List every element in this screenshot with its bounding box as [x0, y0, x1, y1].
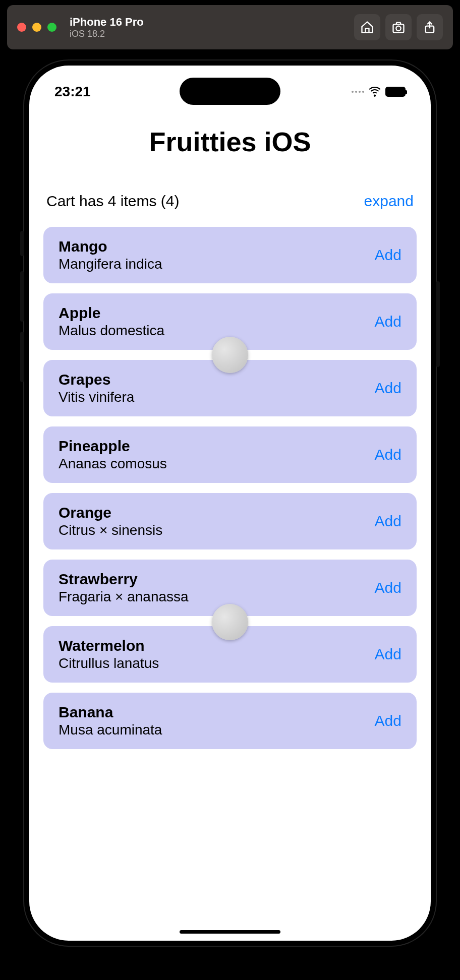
- fruit-name: Grapes: [59, 371, 134, 388]
- fruit-name: Banana: [59, 704, 162, 721]
- home-icon: [360, 20, 374, 34]
- status-time: 23:21: [54, 84, 91, 100]
- fruit-scientific-name: Fragaria × ananassa: [59, 589, 189, 605]
- simulator-device-name: iPhone 16 Pro: [70, 16, 144, 29]
- fruit-list: MangoMangifera indicaAddAppleMalus domes…: [29, 210, 431, 749]
- simulator-title-bar: iPhone 16 Pro iOS 18.2: [7, 5, 453, 49]
- minimize-window-button[interactable]: [32, 23, 41, 32]
- add-button[interactable]: Add: [375, 247, 401, 264]
- fruit-name: Apple: [59, 304, 164, 322]
- fruit-scientific-name: Citrus × sinensis: [59, 522, 162, 538]
- fruit-name: Pineapple: [59, 438, 167, 455]
- add-button[interactable]: Add: [375, 513, 401, 530]
- fruit-card: PineappleAnanas comosusAdd: [43, 426, 417, 483]
- window-controls: iPhone 16 Pro iOS 18.2: [17, 16, 144, 39]
- fruit-card: MangoMangifera indicaAdd: [43, 227, 417, 283]
- svg-point-1: [396, 26, 400, 31]
- fruit-card: BananaMusa acuminataAdd: [43, 693, 417, 749]
- add-button[interactable]: Add: [375, 579, 401, 596]
- battery-icon: [385, 87, 406, 97]
- share-button[interactable]: [417, 14, 443, 40]
- touch-indicator: [212, 604, 248, 640]
- simulator-toolbar: [354, 14, 443, 40]
- phone-frame: 23:21 Fruitties iOS Cart has 4 items (4)…: [23, 59, 437, 947]
- add-button[interactable]: Add: [375, 446, 401, 463]
- expand-button[interactable]: expand: [364, 193, 414, 210]
- add-button[interactable]: Add: [375, 380, 401, 397]
- screenshot-button[interactable]: [385, 14, 412, 40]
- fruit-name: Watermelon: [59, 637, 159, 654]
- dynamic-island: [180, 78, 280, 105]
- cart-status-text: Cart has 4 items (4): [46, 193, 179, 210]
- phone-screen: 23:21 Fruitties iOS Cart has 4 items (4)…: [29, 66, 431, 941]
- fruit-name: Strawberry: [59, 571, 189, 588]
- side-button: [436, 281, 440, 367]
- cellular-icon: [352, 91, 364, 93]
- side-button: [20, 231, 24, 256]
- simulator-os-version: iOS 18.2: [70, 29, 144, 39]
- fruit-name: Mango: [59, 238, 162, 255]
- share-icon: [423, 20, 437, 34]
- fruit-scientific-name: Mangifera indica: [59, 256, 162, 272]
- camera-icon: [391, 20, 406, 34]
- fruit-scientific-name: Citrullus lanatus: [59, 655, 159, 671]
- page-title: Fruitties iOS: [29, 126, 431, 157]
- fruit-scientific-name: Musa acuminata: [59, 722, 162, 738]
- add-button[interactable]: Add: [375, 313, 401, 330]
- home-button[interactable]: [354, 14, 380, 40]
- zoom-window-button[interactable]: [47, 23, 56, 32]
- wifi-icon: [368, 84, 381, 99]
- side-button: [20, 332, 24, 382]
- fruit-scientific-name: Ananas comosus: [59, 456, 167, 472]
- home-indicator[interactable]: [180, 930, 280, 934]
- fruit-card: OrangeCitrus × sinensisAdd: [43, 493, 417, 549]
- fruit-name: Orange: [59, 504, 162, 521]
- close-window-button[interactable]: [17, 23, 26, 32]
- fruit-scientific-name: Malus domestica: [59, 323, 164, 339]
- fruit-scientific-name: Vitis vinifera: [59, 389, 134, 405]
- touch-indicator: [212, 337, 248, 373]
- side-button: [20, 271, 24, 322]
- add-button[interactable]: Add: [375, 646, 401, 663]
- add-button[interactable]: Add: [375, 712, 401, 729]
